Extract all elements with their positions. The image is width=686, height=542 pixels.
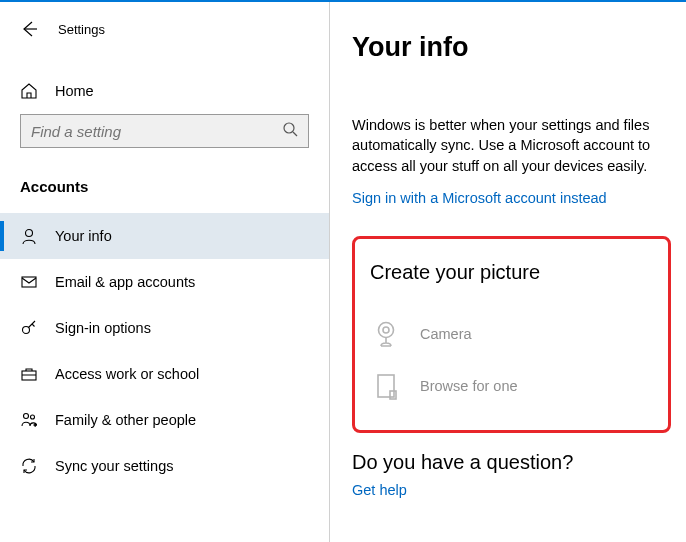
svg-point-5 bbox=[24, 414, 29, 419]
account-description: Windows is better when your settings and… bbox=[352, 115, 671, 176]
person-icon bbox=[20, 227, 38, 245]
browse-option[interactable]: Browse for one bbox=[370, 360, 653, 412]
sidebar-item-label: Sync your settings bbox=[55, 458, 173, 474]
camera-label: Camera bbox=[420, 326, 472, 342]
sync-icon bbox=[20, 457, 38, 475]
sidebar-item-home[interactable]: Home bbox=[0, 68, 329, 114]
sidebar-item-signin[interactable]: Sign-in options bbox=[0, 305, 329, 351]
svg-point-8 bbox=[383, 327, 389, 333]
people-icon bbox=[20, 411, 38, 429]
mail-icon bbox=[20, 273, 38, 291]
search-container bbox=[0, 114, 329, 170]
app-container: Settings Home Accou bbox=[0, 2, 686, 542]
svg-rect-2 bbox=[22, 277, 36, 287]
create-picture-title: Create your picture bbox=[370, 261, 653, 284]
camera-icon bbox=[370, 318, 402, 350]
svg-point-3 bbox=[23, 327, 30, 334]
window-title: Settings bbox=[58, 22, 105, 37]
sidebar-item-label: Email & app accounts bbox=[55, 274, 195, 290]
svg-rect-9 bbox=[378, 375, 394, 397]
sidebar-item-your-info[interactable]: Your info bbox=[0, 213, 329, 259]
camera-option[interactable]: Camera bbox=[370, 308, 653, 360]
page-title: Your info bbox=[352, 32, 671, 63]
sidebar-item-family[interactable]: Family & other people bbox=[0, 397, 329, 443]
home-icon bbox=[20, 82, 38, 100]
sidebar-item-work[interactable]: Access work or school bbox=[0, 351, 329, 397]
header-row: Settings bbox=[0, 20, 329, 38]
question-title: Do you have a question? bbox=[352, 451, 671, 474]
browse-label: Browse for one bbox=[420, 378, 518, 394]
sidebar-item-label: Your info bbox=[55, 228, 112, 244]
key-icon bbox=[20, 319, 38, 337]
get-help-link[interactable]: Get help bbox=[352, 482, 671, 498]
sidebar-item-label: Access work or school bbox=[55, 366, 199, 382]
sidebar: Settings Home Accou bbox=[0, 2, 330, 542]
sidebar-item-label: Home bbox=[55, 83, 94, 99]
sidebar-item-email[interactable]: Email & app accounts bbox=[0, 259, 329, 305]
sidebar-item-label: Sign-in options bbox=[55, 320, 151, 336]
back-icon[interactable] bbox=[20, 20, 38, 38]
briefcase-icon bbox=[20, 365, 38, 383]
signin-link[interactable]: Sign in with a Microsoft account instead bbox=[352, 190, 671, 206]
sidebar-item-sync[interactable]: Sync your settings bbox=[0, 443, 329, 489]
svg-point-7 bbox=[379, 322, 394, 337]
sidebar-section-label: Accounts bbox=[0, 170, 329, 213]
search-box[interactable] bbox=[20, 114, 309, 148]
svg-point-1 bbox=[26, 230, 33, 237]
svg-point-6 bbox=[31, 415, 35, 419]
svg-point-0 bbox=[284, 123, 294, 133]
main-content: Your info Windows is better when your se… bbox=[330, 2, 686, 542]
sidebar-item-label: Family & other people bbox=[55, 412, 196, 428]
create-picture-section: Create your picture Camera bbox=[352, 236, 671, 433]
search-icon bbox=[282, 121, 298, 141]
browse-icon bbox=[370, 370, 402, 402]
search-input[interactable] bbox=[31, 123, 282, 140]
